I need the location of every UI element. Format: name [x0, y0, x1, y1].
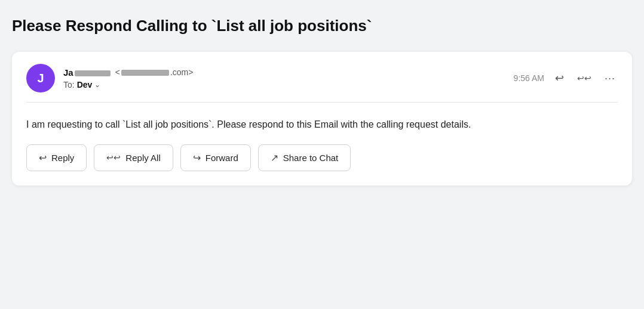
redacted-email — [121, 70, 169, 76]
action-buttons-row: ↩ Reply ↩↩ Reply All ↪ Forward ↗ Share t… — [12, 144, 632, 186]
timestamp: 9:56 AM — [514, 73, 544, 83]
email-header: J Ja <.com> To: Dev ⌄ 9:56 AM ↩ — [12, 52, 632, 102]
sender-name-row: Ja <.com> — [63, 67, 505, 78]
forward-button[interactable]: ↪ Forward — [180, 144, 251, 171]
to-label: To: — [63, 80, 75, 89]
email-body: I am requesting to call `List all job po… — [12, 103, 632, 144]
email-card: J Ja <.com> To: Dev ⌄ 9:56 AM ↩ — [12, 52, 632, 186]
email-body-text: I am requesting to call `List all job po… — [26, 117, 618, 132]
sender-name: Ja — [63, 67, 112, 78]
share-to-chat-button[interactable]: ↗ Share to Chat — [258, 144, 351, 171]
sender-email: <.com> — [115, 67, 194, 77]
more-options-icon: ··· — [605, 72, 615, 85]
more-options-button[interactable]: ··· — [602, 70, 618, 87]
forward-btn-icon: ↪ — [193, 152, 201, 163]
reply-all-icon: ↩↩ — [577, 73, 591, 83]
reply-all-icon-button[interactable]: ↩↩ — [575, 71, 594, 85]
forward-button-label: Forward — [206, 153, 238, 163]
reply-all-button-label: Reply All — [125, 153, 160, 163]
reply-button[interactable]: ↩ Reply — [26, 144, 87, 171]
page-title: Please Respond Calling to `List all job … — [12, 12, 632, 40]
reply-btn-icon: ↩ — [39, 152, 47, 163]
reply-icon-button[interactable]: ↩ — [553, 69, 566, 87]
reply-all-button[interactable]: ↩↩ Reply All — [94, 144, 173, 171]
sender-info: Ja <.com> To: Dev ⌄ — [63, 67, 505, 89]
reply-all-btn-icon: ↩↩ — [106, 153, 121, 162]
chevron-down-icon[interactable]: ⌄ — [94, 81, 100, 89]
redacted-name — [75, 70, 111, 76]
recipient-name: Dev — [77, 80, 93, 89]
reply-icon: ↩ — [555, 72, 564, 85]
share-btn-icon: ↗ — [271, 152, 278, 163]
share-to-chat-button-label: Share to Chat — [283, 153, 339, 163]
recipient-row: To: Dev ⌄ — [63, 80, 505, 89]
reply-button-label: Reply — [51, 153, 74, 163]
email-meta: 9:56 AM ↩ ↩↩ ··· — [514, 69, 618, 87]
email-container: Please Respond Calling to `List all job … — [12, 12, 632, 186]
avatar: J — [26, 64, 55, 92]
